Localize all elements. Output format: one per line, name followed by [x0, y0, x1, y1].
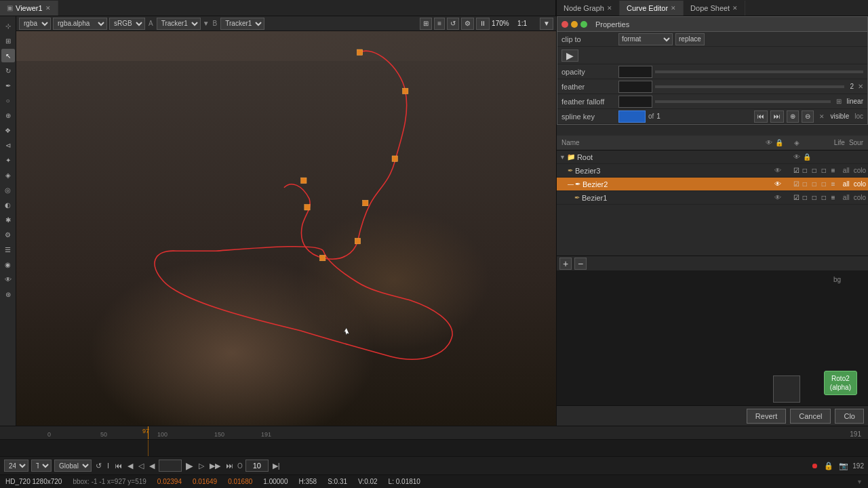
remove-layer-btn[interactable]: − — [574, 258, 587, 270]
transform-tool[interactable]: ⊕ — [1, 108, 15, 122]
plugin-tool[interactable]: ◉ — [1, 258, 15, 271]
revert-btn[interactable]: Revert — [747, 409, 786, 424]
key-prev-btn[interactable]: ⏭ — [770, 110, 784, 123]
go-start-btn[interactable]: ⏮ — [113, 462, 123, 470]
cancel-btn[interactable]: Cancel — [790, 409, 831, 424]
key-add-btn[interactable]: ⊕ — [787, 110, 799, 123]
bezier1-eye[interactable]: 👁 — [774, 194, 784, 201]
brush-tool[interactable]: ✱ — [1, 213, 15, 226]
close-btn[interactable]: Clo — [835, 409, 864, 424]
dope-sheet-close[interactable]: ✕ — [732, 5, 738, 12]
bezier2-eye[interactable]: 👁 — [774, 180, 784, 188]
layer-tool[interactable]: ☰ — [1, 243, 15, 256]
control-point-4[interactable] — [363, 200, 368, 205]
eraser-tool[interactable]: ◈ — [1, 168, 15, 182]
pause-btn[interactable]: ⏸ — [476, 18, 490, 30]
camera-btn[interactable]: 📷 — [837, 462, 850, 470]
root-eye[interactable]: 👁 — [793, 153, 803, 161]
opacity-input[interactable]: 1 — [618, 66, 652, 78]
window-close-btn[interactable] — [561, 21, 568, 28]
node-graph-close[interactable]: ✕ — [607, 5, 612, 12]
curve-editor-close[interactable]: ✕ — [671, 5, 676, 12]
bezier2-icon: ✒ — [575, 180, 580, 188]
more-btn[interactable]: ▼ — [540, 18, 553, 30]
step-fwd-btn[interactable]: ▶▶ — [208, 462, 222, 470]
channel-select[interactable]: rgba.alpha — [53, 18, 107, 30]
viewer-tab-close[interactable]: ✕ — [45, 5, 51, 12]
next-keyframe-btn[interactable]: ▶| — [271, 462, 281, 470]
rotate-tool[interactable]: ↻ — [1, 64, 15, 77]
feather-slider[interactable] — [655, 85, 844, 88]
window-minimize-btn[interactable] — [571, 21, 578, 28]
layer-row-root[interactable]: ▼ 📁 Root 👁 🔒 — [557, 150, 868, 164]
layer-row-bezier2[interactable]: — ✒ Bezier2 👁 ☑ □ □ □ ≡ all colo — [557, 178, 868, 191]
prev-frame-btn[interactable]: ◀ — [126, 462, 134, 470]
color-mode-select[interactable]: rgba — [19, 18, 51, 30]
control-point-7[interactable] — [304, 205, 310, 210]
play-fwd-btn[interactable]: ▶ — [184, 460, 195, 471]
arrow-tool[interactable]: ↖ — [1, 49, 15, 62]
globe-tool[interactable]: ⊛ — [1, 287, 15, 301]
mask-tool[interactable]: ◎ — [1, 183, 15, 197]
go-end-btn[interactable]: ⏭ — [224, 462, 235, 470]
layer-row-bezier3[interactable]: ✒ Bezier3 👁 ☑ □ □ □ ≡ all colo — [557, 164, 868, 178]
loop-btn[interactable]: ↺ — [447, 18, 459, 30]
spline-key-input[interactable]: 1 — [618, 110, 646, 123]
playback-in[interactable]: I — [106, 462, 111, 470]
clone-tool[interactable]: ⊲ — [1, 138, 15, 152]
clip-btn[interactable]: ⊞ — [420, 18, 432, 30]
feather-falloff-slider[interactable] — [655, 100, 831, 103]
clip-to-action-btn[interactable]: replace — [675, 33, 705, 45]
step-back-btn[interactable]: ◁ — [137, 462, 145, 470]
fps-select[interactable]: 24* — [4, 460, 28, 472]
bezier3-eye[interactable]: 👁 — [774, 167, 784, 174]
layer-row-bezier1[interactable]: ✒ Bezier1 👁 ☑ □ □ □ ≡ all colo — [557, 191, 868, 205]
control-point-8[interactable] — [301, 178, 307, 183]
control-point-6[interactable] — [320, 255, 326, 260]
play-button[interactable]: ▶ — [561, 49, 578, 62]
control-point-3[interactable] — [392, 156, 397, 161]
curve-editor-tab[interactable]: Curve Editor ✕ — [620, 1, 684, 16]
paint-tool[interactable]: ✦ — [1, 153, 15, 167]
settings-btn[interactable]: ⚙ — [461, 18, 474, 30]
pen-tool[interactable]: ✒ — [1, 79, 15, 92]
layout-btn[interactable]: ≡ — [434, 18, 445, 30]
feather-tool[interactable]: ❖ — [1, 123, 15, 137]
color-tool[interactable]: ◐ — [1, 198, 15, 211]
status-arrow[interactable]: ▼ — [856, 479, 863, 485]
tracker-a-select[interactable]: Tracker1 — [157, 18, 201, 30]
feather-falloff-input[interactable]: 1 — [618, 96, 652, 108]
window-maximize-btn[interactable] — [580, 21, 587, 28]
control-point-5[interactable] — [355, 239, 360, 244]
key-remove-btn[interactable]: ⊖ — [802, 110, 814, 123]
select-tool[interactable]: ⊹ — [1, 19, 15, 33]
tf-select[interactable]: TF — [31, 460, 52, 472]
root-lock[interactable]: 🔒 — [803, 153, 812, 161]
lock-label: loc — [854, 113, 863, 120]
dope-sheet-tab[interactable]: Dope Sheet ✕ — [684, 1, 745, 16]
prev-btn[interactable]: ◀ — [148, 462, 156, 470]
node-graph-tab[interactable]: Node Graph ✕ — [557, 1, 620, 16]
control-point-2[interactable] — [403, 88, 408, 94]
opacity-slider[interactable] — [655, 70, 863, 73]
key-first-btn[interactable]: ⏮ — [754, 110, 768, 123]
timeline-track[interactable] — [0, 440, 868, 458]
colorspace-select[interactable]: sRGB — [109, 18, 145, 30]
roto2-node[interactable]: Roto2(alpha) — [824, 371, 857, 395]
scope-select[interactable]: Global — [54, 460, 92, 472]
record-btn[interactable]: ⏺ — [810, 462, 820, 470]
lock-btn[interactable]: 🔒 — [823, 462, 835, 470]
eye-tool[interactable]: 👁 — [1, 272, 15, 286]
tracker-b-select[interactable]: Tracker1 — [220, 18, 264, 30]
settings-tool[interactable]: ⚙ — [1, 228, 15, 241]
frame-input[interactable]: 97 — [159, 460, 182, 472]
clip-to-select[interactable]: format — [618, 33, 673, 45]
circle-tool[interactable]: ○ — [1, 94, 15, 107]
feather-input[interactable]: 0 — [618, 81, 652, 93]
add-layer-btn[interactable]: + — [559, 258, 572, 270]
loop-toggle[interactable]: ↺ — [94, 462, 103, 470]
viewer-tab[interactable]: ▣ Viewer1 ✕ — [0, 1, 58, 16]
control-point-1[interactable] — [357, 49, 362, 55]
grid-tool[interactable]: ⊞ — [1, 34, 15, 47]
play-fwd2-btn[interactable]: ▷ — [197, 462, 205, 470]
